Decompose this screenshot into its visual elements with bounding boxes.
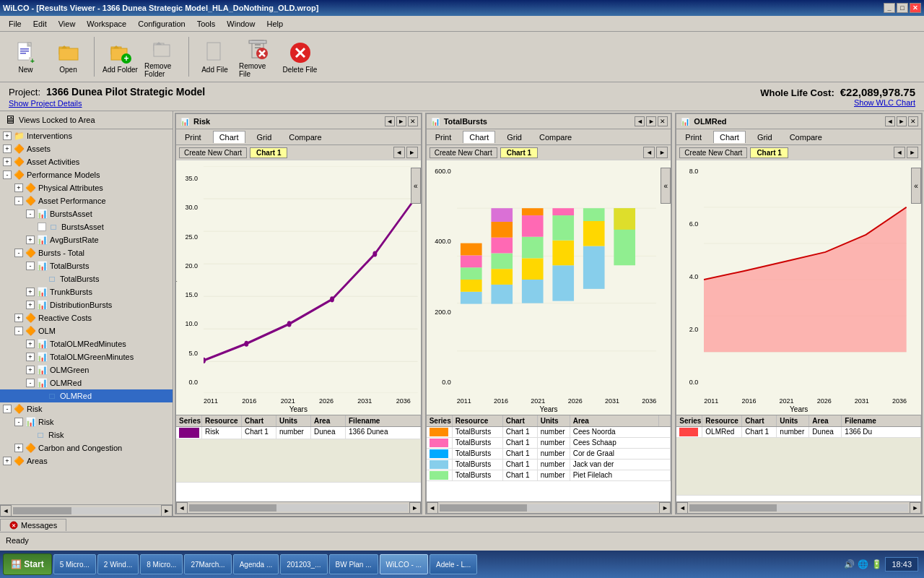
tb-row-3[interactable]: TotalBursts Chart 1 number Jack van der: [427, 460, 671, 470]
olmred-hscroll[interactable]: ◄ ►: [676, 501, 921, 513]
expand-assets[interactable]: +: [3, 144, 12, 153]
risk-chart-name-tab[interactable]: Chart 1: [250, 147, 287, 158]
expand-olm-red[interactable]: -: [26, 379, 35, 387]
close-btn[interactable]: ✕: [910, 3, 921, 13]
tree-item-olm-red[interactable]: - 📊 OLMRed: [0, 376, 173, 389]
totalbursts-tab-compare[interactable]: Compare: [533, 131, 578, 143]
risk-tab-print[interactable]: Print: [179, 131, 207, 143]
taskbar-item-4[interactable]: Agenda ...: [233, 554, 279, 574]
tree-item-olm-green[interactable]: + 📊 OLMGreen: [0, 363, 173, 376]
totalbursts-chart-nav-next[interactable]: ►: [656, 147, 668, 158]
totalbursts-panel-prev[interactable]: ◄: [635, 116, 645, 126]
olmred-tab-print[interactable]: Print: [679, 131, 707, 143]
expand-bursts-total[interactable]: -: [14, 249, 23, 257]
maximize-btn[interactable]: □: [897, 3, 908, 13]
olmred-grid-body[interactable]: OLMRed Chart 1 number Dunea 1366 Du: [676, 427, 921, 501]
tb-row-1[interactable]: TotalBursts Chart 1 number Cees Schaap: [427, 438, 671, 449]
expand-total-olm-green[interactable]: +: [26, 353, 35, 361]
tree-item-dist-bursts[interactable]: + 📊 DistributionBursts: [0, 298, 173, 311]
risk-hscroll[interactable]: ◄ ►: [176, 501, 421, 513]
expand-phys-attrs[interactable]: +: [14, 184, 23, 192]
olmred-panel-close[interactable]: ✕: [908, 116, 918, 126]
olm-hscroll-left[interactable]: ◄: [676, 502, 688, 514]
left-hscroll-right[interactable]: ►: [161, 505, 173, 517]
tb-hscroll-left[interactable]: ◄: [427, 502, 438, 514]
menu-file[interactable]: File: [3, 18, 27, 30]
risk-tab-chart[interactable]: Chart: [213, 131, 245, 143]
totalbursts-tab-chart[interactable]: Chart: [463, 131, 495, 143]
totalbursts-panel-next[interactable]: ►: [646, 116, 656, 126]
risk-tab-grid[interactable]: Grid: [251, 131, 278, 143]
delete-file-button[interactable]: Delete File: [280, 38, 320, 75]
tree-item-areas[interactable]: + 🔶 Areas: [0, 454, 173, 467]
taskbar-item-8[interactable]: Adele - L...: [430, 554, 477, 574]
olm-hscroll-track[interactable]: [689, 504, 908, 512]
tree-item-interventions[interactable]: + 📁 Interventions: [0, 129, 173, 142]
tree-item-reactive-costs[interactable]: + 🔶 Reactive Costs: [0, 311, 173, 324]
taskbar-item-0[interactable]: 5 Micro...: [53, 554, 96, 574]
olmred-tab-chart[interactable]: Chart: [713, 131, 746, 143]
olmred-tab-compare[interactable]: Compare: [784, 131, 828, 143]
new-button[interactable]: + New: [6, 38, 45, 75]
risk-grid-body[interactable]: Risk Chart 1 number Dunea 1366 Dunea: [176, 427, 421, 501]
taskbar-item-1[interactable]: 2 Wind...: [97, 554, 139, 574]
olmred-grid-row-0[interactable]: OLMRed Chart 1 number Dunea 1366 Du: [676, 427, 921, 438]
totalbursts-tab-print[interactable]: Print: [430, 131, 458, 143]
risk-chart-nav-next[interactable]: ►: [406, 147, 418, 158]
risk-panel-close[interactable]: ✕: [408, 116, 418, 126]
menu-edit[interactable]: Edit: [27, 18, 53, 30]
tree-item-total-bursts-sub[interactable]: □ TotalBursts: [0, 272, 173, 285]
menu-workspace[interactable]: Workspace: [81, 18, 132, 30]
expand-risk-sub[interactable]: -: [14, 418, 23, 426]
show-project-link[interactable]: Show Project Details: [9, 99, 205, 108]
expand-trunk-bursts[interactable]: +: [26, 288, 35, 296]
tb-row-0[interactable]: TotalBursts Chart 1 number Cees Noorda: [427, 427, 671, 438]
taskbar-item-5[interactable]: 201203_...: [280, 554, 327, 574]
tree-item-assets[interactable]: + 🔶 Assets: [0, 142, 173, 155]
olm-hscroll-right[interactable]: ►: [910, 502, 921, 514]
totalbursts-grid-body[interactable]: TotalBursts Chart 1 number Cees Noorda T…: [427, 427, 671, 501]
risk-panel-prev[interactable]: ◄: [385, 116, 395, 126]
expand-dist-bursts[interactable]: +: [26, 301, 35, 309]
menu-tools[interactable]: Tools: [191, 18, 222, 30]
tree-item-bursts-asset-sub[interactable]: □ BurstsAsset: [0, 220, 173, 233]
tree-item-phys-attrs[interactable]: + 🔶 Physical Attributes: [0, 181, 173, 194]
expand-asset-activities[interactable]: +: [3, 158, 12, 166]
totalbursts-create-new-chart[interactable]: Create New Chart: [430, 147, 497, 158]
remove-folder-button[interactable]: Remove Folder: [143, 35, 183, 79]
olmred-create-new-chart[interactable]: Create New Chart: [679, 147, 747, 158]
expand-olm-green[interactable]: +: [26, 366, 35, 374]
taskbar-item-7[interactable]: WiLCO - ...: [380, 554, 428, 574]
expand-avg-burst-rate[interactable]: +: [26, 236, 35, 244]
totalbursts-hscroll[interactable]: ◄ ►: [427, 501, 671, 513]
remove-file-button[interactable]: Remove File: [237, 35, 277, 79]
olmred-panel-prev[interactable]: ◄: [885, 116, 895, 126]
tree-item-asset-perf[interactable]: - 🔶 Asset Performance: [0, 194, 173, 207]
messages-tab[interactable]: ✕ Messages: [0, 519, 66, 531]
olmred-collapse-btn[interactable]: «: [911, 168, 921, 204]
menu-window[interactable]: Window: [221, 18, 261, 30]
add-folder-button[interactable]: + Add Folder: [100, 38, 140, 75]
minimize-btn[interactable]: _: [884, 3, 895, 13]
tree-item-risk-folder[interactable]: - 🔶 Risk: [0, 402, 173, 415]
tree-item-bursts-asset[interactable]: - 📊 BurstsAsset: [0, 207, 173, 220]
menu-configuration[interactable]: Configuration: [132, 18, 191, 30]
tree-item-avg-burst-rate[interactable]: + 📊 AvgBurstRate: [0, 233, 173, 246]
totalbursts-tab-grid[interactable]: Grid: [501, 131, 528, 143]
expand-areas[interactable]: +: [3, 457, 12, 465]
left-hscroll-left[interactable]: ◄: [0, 505, 12, 517]
tree-item-asset-activities[interactable]: + 🔶 Asset Activities: [0, 155, 173, 168]
expand-olm[interactable]: -: [14, 327, 23, 335]
left-hscroll-track[interactable]: [13, 507, 160, 514]
tree-item-carbon-cong[interactable]: + 🔶 Carbon and Congestion: [0, 441, 173, 454]
tree-item-perf-models[interactable]: - 🔶 Performance Models: [0, 168, 173, 181]
tree-item-total-olm-green[interactable]: + 📊 TotalOLMGreenMinutes: [0, 350, 173, 363]
show-wlc-link[interactable]: Show WLC Chart: [854, 98, 915, 107]
expand-reactive-costs[interactable]: +: [14, 314, 23, 322]
tb-hscroll-track[interactable]: [440, 504, 658, 512]
tree-item-trunk-bursts[interactable]: + 📊 TrunkBursts: [0, 285, 173, 298]
tb-hscroll-right[interactable]: ►: [659, 502, 671, 514]
risk-create-new-chart[interactable]: Create New Chart: [179, 147, 247, 158]
risk-panel-next[interactable]: ►: [396, 116, 406, 126]
tree-item-risk-sub[interactable]: - 📊 Risk: [0, 415, 173, 428]
